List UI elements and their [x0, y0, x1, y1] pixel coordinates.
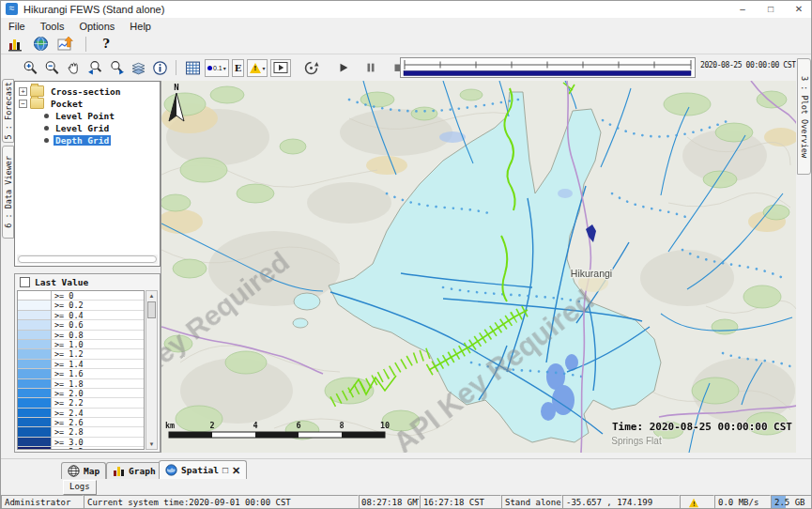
legend-label: >= 0.8 [52, 331, 144, 340]
legend-swatch [18, 438, 52, 447]
info-icon[interactable] [150, 58, 169, 77]
legend-label: >= 0.6 [52, 320, 144, 330]
tab-close-icon[interactable]: ✕ [232, 466, 240, 475]
legend-row: >= 3.0 [18, 438, 144, 447]
legend-swatch [18, 340, 52, 349]
legend-swatch [18, 447, 52, 450]
globe-icon[interactable] [31, 36, 50, 53]
pan-hand-icon[interactable] [64, 58, 83, 77]
thresholds-dropdown[interactable]: ! ▾ [247, 59, 268, 77]
spatial-display-icon[interactable] [56, 36, 75, 53]
zoom-previous-icon[interactable] [85, 58, 104, 77]
legend-label: >= 2.0 [52, 389, 144, 398]
legend-row: >= 2.6 [18, 418, 144, 427]
legend-row: >= 1.0 [18, 340, 144, 349]
legend-row: >= 1.2 [18, 349, 144, 359]
last-value-label: Last Value [35, 277, 88, 287]
timeline-date: 2020-08-25 00:00:00 CST [700, 61, 796, 69]
zoom-next-icon[interactable] [107, 58, 126, 77]
legend-scrollbar[interactable]: ▲ ▼ [146, 290, 158, 450]
status-warning[interactable]: ! [680, 495, 714, 509]
legend-swatch [18, 301, 52, 310]
legend-row: >= 0.4 [18, 311, 144, 320]
grid-layer-icon[interactable] [183, 58, 202, 77]
legend-swatch [18, 291, 52, 301]
play-icon[interactable] [334, 58, 353, 77]
svg-text:Springs Flat: Springs Flat [611, 436, 662, 446]
legend-swatch [18, 369, 52, 378]
expander-icon[interactable]: + [19, 87, 27, 96]
tree-horizontal-scrollbar[interactable] [17, 254, 158, 264]
layers-icon[interactable] [129, 58, 147, 77]
legend-swatch [18, 409, 52, 418]
close-button[interactable]: ✕ [785, 1, 812, 18]
tree-node-depth-grid[interactable]: Depth Grid [15, 134, 160, 146]
right-tab-strip: 3 : Plot Overview [796, 54, 812, 458]
svg-text:Hikurangi: Hikurangi [571, 268, 612, 279]
svg-text:6: 6 [296, 421, 300, 430]
legend-swatch [18, 320, 52, 330]
zoom-in-icon[interactable] [21, 58, 39, 77]
status-local-time: 16:27:18 CST [420, 495, 501, 509]
tree-node-pocket[interactable]: − Pocket [15, 98, 160, 109]
tree-node-level-grid[interactable]: Level Grid [15, 122, 160, 133]
timeline-slider[interactable] [400, 57, 696, 78]
status-memory: 2.5 GB [771, 495, 812, 509]
legend-label: >= 2.2 [52, 398, 144, 408]
bullet-icon [44, 114, 49, 118]
minimize-button[interactable]: – [728, 1, 757, 18]
label-density-dropdown[interactable]: 0.1 ▾ [205, 59, 229, 77]
animation-settings-icon[interactable] [301, 58, 320, 77]
menu-options[interactable]: Options [71, 21, 122, 32]
legend-label: >= 2.4 [52, 409, 144, 418]
main-toolbar: ? [1, 34, 812, 54]
status-bar: Administrator Current system time:2020-0… [1, 495, 812, 509]
tab-graph[interactable]: Graph [106, 462, 162, 479]
toolbar-separator [176, 60, 176, 75]
legend-swatch [18, 398, 52, 408]
status-coordinates: -35.657 , 174.199 [562, 495, 680, 509]
bullet-icon [44, 126, 49, 131]
last-value-checkbox[interactable] [20, 277, 30, 287]
legend-label: >= 0.2 [52, 301, 144, 310]
legend-swatch [18, 389, 52, 398]
legend-label: >= 2.8 [52, 427, 144, 437]
menu-file[interactable]: File [1, 21, 33, 32]
scrollbar-thumb[interactable] [147, 301, 156, 318]
database-chart-icon[interactable] [6, 36, 24, 53]
legend-table: >= 0 >= 0.2 >= 0.4 >= 0.6 >= 0.8 >= 1.0 … [17, 290, 145, 450]
legend-label: >= 2.6 [52, 418, 144, 427]
bottom-tab-bar: Map Graph Spatial □ ✕ [1, 458, 812, 480]
tab-map[interactable]: Map [61, 462, 106, 479]
legend-swatch [18, 418, 52, 427]
legend-swatch [18, 379, 52, 389]
map-canvas[interactable]: API Key Required API Key Required N km 2… [161, 81, 796, 453]
scrollbar-thumb[interactable] [18, 255, 157, 263]
tab-spatial[interactable]: Spatial □ ✕ [159, 460, 247, 479]
tab-restore-icon[interactable]: □ [222, 466, 228, 475]
tab-data-viewer[interactable]: 6 : Data Viewer [2, 146, 14, 239]
expander-icon[interactable]: − [19, 100, 27, 108]
tab-plot-overview[interactable]: 3 : Plot Overview [797, 58, 811, 175]
svg-text:10: 10 [380, 421, 390, 430]
scroll-up-icon[interactable]: ▲ [146, 291, 157, 301]
map-panel: API Key Required API Key Required N km 2… [161, 81, 796, 453]
legend-toggle-button[interactable]: E [232, 59, 245, 77]
legend-row: >= 0.8 [18, 331, 144, 340]
maximize-button[interactable]: □ [757, 1, 785, 18]
zoom-out-icon[interactable] [42, 58, 61, 77]
tree-node-level-point[interactable]: Level Point [15, 110, 160, 121]
export-animation-button[interactable] [270, 59, 291, 77]
legend-row: >= 2.0 [18, 389, 144, 398]
help-icon[interactable]: ? [97, 36, 115, 53]
menu-help[interactable]: Help [122, 21, 159, 32]
logs-button[interactable]: Logs [63, 480, 97, 495]
menu-tools[interactable]: Tools [33, 21, 72, 32]
status-user: Administrator [1, 495, 84, 509]
tab-forecast[interactable]: 5 : Forecast [2, 79, 14, 143]
pause-icon[interactable] [361, 58, 380, 77]
scroll-down-icon[interactable]: ▼ [146, 440, 157, 449]
legend-row: >= 3.2 [18, 447, 144, 450]
bullet-icon [44, 138, 49, 143]
logs-row: Logs [1, 479, 812, 495]
